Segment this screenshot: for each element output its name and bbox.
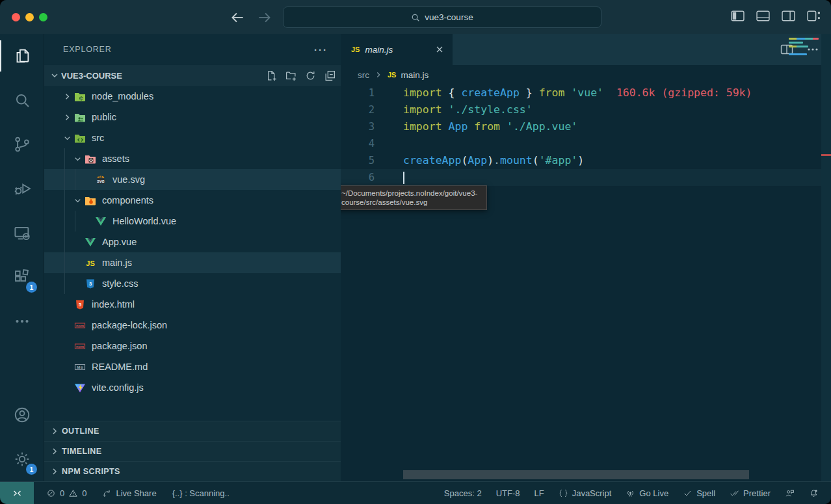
tree-item-src[interactable]: src — [44, 127, 341, 148]
tree-item-helloworld-vue[interactable]: HelloWorld.vue — [44, 211, 341, 232]
toggle-panel-button[interactable] — [756, 10, 770, 21]
activity-item-settings[interactable]: 1 — [0, 437, 44, 481]
status-indentation[interactable]: Spaces: 2 — [438, 482, 488, 504]
collapse-folders-button[interactable] — [324, 70, 336, 81]
toggle-secondary-sidebar-button[interactable] — [782, 10, 795, 21]
breadcrumb-folder[interactable]: src — [358, 70, 369, 80]
activity-item-extensions[interactable]: 1 — [0, 255, 44, 299]
status-spell-status[interactable]: {..} : Scanning.. — [166, 482, 235, 504]
activity-item-explorer[interactable] — [0, 34, 44, 78]
tree-item-vite-config-js[interactable]: vite.config.js — [44, 377, 341, 398]
tree-item-assets[interactable]: assets — [44, 148, 341, 169]
status-problems[interactable]: 00 — [40, 482, 92, 504]
section-npm-scripts[interactable]: NPM SCRIPTS — [44, 461, 341, 481]
code-line-6[interactable]: 6 — [341, 169, 831, 186]
line-number[interactable]: 6 — [341, 169, 386, 186]
customize-layout-button[interactable] — [807, 10, 821, 21]
indent-guide — [64, 273, 65, 294]
code-line-5[interactable]: 5createApp(App).mount('#app') — [341, 152, 831, 169]
minimize-window-button[interactable] — [25, 13, 34, 21]
section-timeline[interactable]: TIMELINE — [44, 441, 341, 461]
file-path-tooltip: ~/Documents/projects.noIndex/goit/vue3- … — [341, 185, 487, 210]
tree-item-style-css[interactable]: 3style.css — [44, 273, 341, 294]
chevron-down-icon[interactable] — [60, 133, 74, 143]
status-spell[interactable]: Spell — [677, 482, 721, 504]
tree-item-readme-md[interactable]: MREADME.md — [44, 356, 341, 377]
workspace-section-header[interactable]: VUE3-COURSE — [44, 65, 341, 86]
tree-item-label: main.js — [102, 258, 132, 268]
vue-icon — [85, 237, 96, 248]
status-encoding[interactable]: UTF-8 — [490, 482, 526, 504]
chevron-down-icon[interactable] — [70, 195, 85, 206]
svg-text:JS: JS — [80, 96, 83, 99]
chevron-right-icon[interactable] — [60, 91, 74, 101]
new-folder-button[interactable] — [285, 70, 297, 81]
activity-item-remote-explorer[interactable] — [0, 211, 44, 255]
status-go-live[interactable]: Go Live — [620, 482, 674, 504]
tree-item-components[interactable]: components — [44, 190, 341, 211]
js-icon: JS — [351, 46, 360, 53]
new-file-button[interactable] — [266, 70, 277, 81]
tree-item-package-lock-json[interactable]: npmpackage-lock.json — [44, 315, 341, 336]
forward-arrow-icon[interactable] — [256, 9, 273, 26]
command-center-search[interactable]: vue3-course — [283, 7, 601, 28]
tree-item-main-js[interactable]: JSmain.js — [44, 252, 341, 273]
folder-public-icon — [74, 112, 86, 123]
chevron-right-icon[interactable] — [60, 112, 74, 122]
minimap[interactable] — [786, 34, 821, 481]
breadcrumb-file[interactable]: main.js — [401, 70, 429, 80]
status-notifications[interactable] — [803, 482, 824, 504]
activity-item-more-views[interactable] — [0, 299, 44, 343]
chevron-spacer — [81, 174, 95, 185]
section-outline[interactable]: OUTLINE — [44, 421, 341, 441]
back-arrow-icon[interactable] — [229, 9, 246, 26]
tab-main-js[interactable]: JS main.js — [341, 34, 453, 65]
code-line-1[interactable]: 1import { createApp } from 'vue' 160.6k … — [341, 85, 831, 101]
tree-item-app-vue[interactable]: App.vue — [44, 232, 341, 252]
status-language[interactable]: JavaScript — [553, 482, 618, 504]
tree-item-vue-svg[interactable]: SVGvue.svg — [44, 169, 341, 190]
tree-item-node-modules[interactable]: JSnode_modules — [44, 86, 341, 107]
code-line-4[interactable]: 4 — [341, 135, 831, 152]
line-number[interactable]: 2 — [341, 101, 386, 118]
chevron-spacer — [70, 237, 85, 247]
breadcrumb[interactable]: src JS main.js — [341, 65, 831, 85]
activity-item-search[interactable] — [0, 78, 44, 122]
status-feedback[interactable] — [779, 482, 800, 504]
chevron-spacer — [60, 320, 74, 330]
indent-guide — [64, 148, 65, 169]
close-tab-icon[interactable] — [434, 44, 445, 55]
workspace-name: VUE3-COURSE — [61, 71, 122, 81]
toggle-primary-sidebar-button[interactable] — [731, 10, 745, 21]
line-number[interactable]: 5 — [341, 152, 386, 169]
status-eol[interactable]: LF — [528, 482, 549, 504]
line-number[interactable]: 4 — [341, 135, 386, 152]
code-editor[interactable]: 1import { createApp } from 'vue' 160.6k … — [341, 85, 831, 186]
chevron-down-icon[interactable] — [70, 153, 85, 164]
tree-item-public[interactable]: public — [44, 107, 341, 127]
code-line-2[interactable]: 2import './style.css' — [341, 101, 831, 118]
code-line-3[interactable]: 3import App from './App.vue' — [341, 118, 831, 135]
explorer-sidebar: EXPLORER ··· VUE3-COURSE — [44, 34, 341, 481]
tree-item-package-json[interactable]: npmpackage.json — [44, 336, 341, 356]
badge: 1 — [26, 464, 37, 475]
line-number[interactable]: 3 — [341, 118, 386, 135]
tree-item-index-html[interactable]: 5index.html — [44, 294, 341, 315]
remote-indicator[interactable] — [0, 482, 34, 504]
explorer-more-actions-button[interactable]: ··· — [314, 44, 328, 55]
status-label: 0 — [82, 488, 86, 498]
activity-item-source-control[interactable] — [0, 122, 44, 166]
html-icon: 5 — [74, 299, 86, 310]
activity-item-run-debug[interactable] — [0, 166, 44, 211]
remote-monitor-icon — [12, 223, 32, 243]
line-number[interactable]: 1 — [341, 85, 386, 101]
refresh-explorer-button[interactable] — [305, 70, 316, 81]
overview-ruler[interactable] — [821, 34, 831, 481]
horizontal-scrollbar[interactable] — [403, 470, 749, 479]
close-window-button[interactable] — [12, 13, 20, 21]
zoom-window-button[interactable] — [39, 13, 47, 21]
status-live-share[interactable]: Live Share — [96, 482, 162, 504]
status-prettier[interactable]: Prettier — [724, 482, 776, 504]
activity-item-accounts[interactable] — [0, 393, 44, 437]
section-label: TIMELINE — [62, 447, 102, 456]
